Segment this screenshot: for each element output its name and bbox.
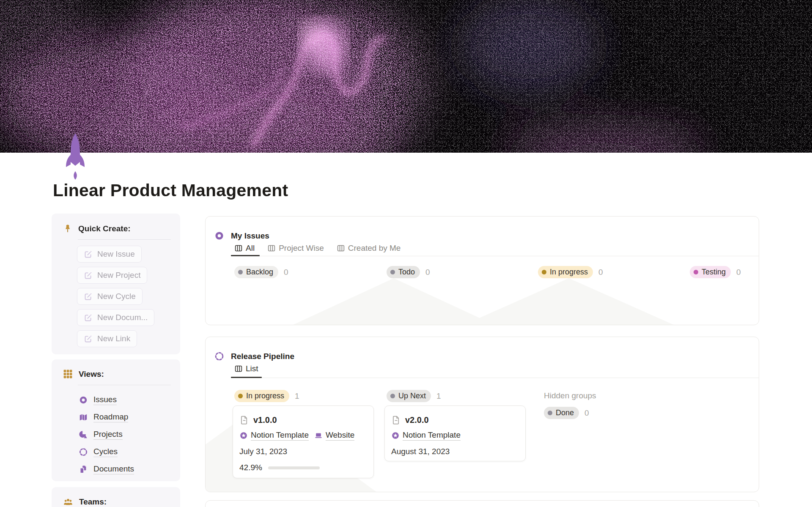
- teams-heading: Teams:: [79, 497, 107, 507]
- map-icon: [79, 413, 88, 422]
- new-document-button[interactable]: New Docum...: [77, 309, 154, 326]
- group-done: Done 0: [544, 407, 589, 419]
- group-count: 0: [284, 268, 288, 277]
- release-date: August 31, 2023: [391, 447, 450, 456]
- status-dot: [694, 270, 698, 274]
- compose-icon: [84, 313, 93, 322]
- button-label: New Docum...: [97, 313, 148, 322]
- status-label: In progress: [246, 392, 284, 400]
- cover-image[interactable]: [0, 0, 812, 153]
- views-heading: Views:: [79, 370, 104, 379]
- shapes-icon: [79, 430, 88, 439]
- divider: [231, 378, 759, 378]
- website-link[interactable]: Website: [314, 430, 354, 441]
- tab-list[interactable]: List: [234, 364, 258, 373]
- status-dot: [542, 270, 546, 274]
- sidebar-item-cycles[interactable]: Cycles: [79, 443, 118, 460]
- people-icon: [63, 496, 74, 507]
- status-badge[interactable]: In progress: [538, 266, 593, 278]
- decorative-triangle: [463, 278, 675, 325]
- status-dot: [238, 394, 243, 398]
- compose-icon: [84, 271, 93, 280]
- sidebar-link-label: Cycles: [93, 447, 118, 457]
- new-project-button[interactable]: New Project: [77, 267, 147, 284]
- board-icon: [337, 244, 345, 252]
- sidebar-item-documents[interactable]: Documents: [79, 460, 134, 478]
- status-badge[interactable]: In progress: [234, 390, 289, 402]
- link-label: Website: [326, 430, 354, 441]
- divider: [78, 385, 171, 385]
- status-label: In progress: [550, 268, 588, 277]
- tab-label: Created by Me: [348, 244, 401, 253]
- laptop-icon: [314, 431, 323, 440]
- group-count: 1: [295, 392, 299, 401]
- status-badge[interactable]: Done: [544, 407, 579, 419]
- dashed-circle-icon: [214, 351, 224, 361]
- status-label: Backlog: [246, 268, 273, 277]
- status-label: Todo: [398, 268, 415, 277]
- status-label: Done: [556, 408, 574, 417]
- tab-label: Project Wise: [279, 244, 324, 253]
- divider: [78, 239, 171, 240]
- button-label: New Project: [97, 271, 140, 280]
- database-title: My Issues: [231, 231, 269, 241]
- new-issue-button[interactable]: New Issue: [77, 246, 142, 263]
- tab-label: All: [246, 244, 255, 253]
- tab-all[interactable]: All: [234, 244, 255, 253]
- group-todo: Todo 0: [387, 266, 430, 278]
- active-tab-underline: [231, 255, 260, 256]
- divider: [231, 256, 759, 256]
- release-card-v1[interactable]: v1.0.0 Notion Template Website: [233, 406, 374, 478]
- group-in-progress: In progress 1: [234, 390, 299, 402]
- group-count: 1: [436, 392, 441, 401]
- status-dot: [548, 411, 552, 415]
- link-label: Notion Template: [251, 430, 309, 441]
- sidebar-link-label: Projects: [93, 430, 123, 440]
- notion-badge-icon: [391, 431, 400, 440]
- group-count: 0: [425, 268, 430, 277]
- group-count: 0: [736, 268, 741, 277]
- teams-box: Teams:: [52, 487, 180, 507]
- button-label: New Cycle: [97, 292, 136, 301]
- status-badge[interactable]: Backlog: [234, 266, 278, 278]
- notion-badge-icon: [239, 431, 248, 440]
- rocket-page-icon[interactable]: [63, 131, 88, 182]
- group-count: 0: [584, 408, 589, 418]
- progress-value: 42.9%: [239, 463, 262, 472]
- release-date: July 31, 2023: [239, 447, 287, 456]
- quick-create-box: Quick Create: New Issue New Project: [52, 214, 180, 354]
- link-label: Notion Template: [403, 430, 461, 441]
- tab-project-wise[interactable]: Project Wise: [267, 244, 324, 253]
- release-card-v2[interactable]: v2.0.0 Notion Template August 31, 2023: [384, 406, 526, 461]
- tab-created-by-me[interactable]: Created by Me: [337, 244, 401, 253]
- pages-icon: [79, 465, 88, 474]
- status-badge[interactable]: Up Next: [387, 390, 431, 402]
- notion-template-link[interactable]: Notion Template: [391, 430, 461, 441]
- dashed-circle-icon: [79, 447, 88, 457]
- sidebar-item-issues[interactable]: Issues: [79, 391, 117, 408]
- sidebar-item-roadmap[interactable]: Roadmap: [79, 408, 128, 426]
- status-badge[interactable]: Testing: [690, 266, 731, 278]
- group-testing: Testing 0: [690, 266, 741, 278]
- target-icon: [214, 231, 224, 241]
- pushpin-icon: [63, 224, 73, 234]
- group-in-progress: In progress 0: [538, 266, 603, 278]
- compose-icon: [84, 292, 93, 301]
- hidden-groups-label[interactable]: Hidden groups: [544, 391, 596, 400]
- grid-icon: [63, 369, 73, 379]
- release-title: v1.0.0: [253, 415, 277, 425]
- new-cycle-button[interactable]: New Cycle: [77, 288, 143, 305]
- notion-template-link[interactable]: Notion Template: [239, 430, 309, 441]
- target-icon: [79, 395, 88, 405]
- status-label: Up Next: [398, 392, 426, 400]
- sidebar-item-projects[interactable]: Projects: [79, 426, 123, 443]
- release-title: v2.0.0: [405, 415, 429, 425]
- status-badge[interactable]: Todo: [387, 266, 420, 278]
- database-title: Release Pipeline: [231, 352, 294, 361]
- sidebar-link-label: Documents: [93, 464, 134, 474]
- page-icon: [391, 415, 401, 425]
- button-label: New Link: [97, 334, 130, 343]
- progress-bar: [268, 466, 320, 469]
- new-link-button[interactable]: New Link: [77, 330, 137, 347]
- board-icon: [267, 244, 276, 252]
